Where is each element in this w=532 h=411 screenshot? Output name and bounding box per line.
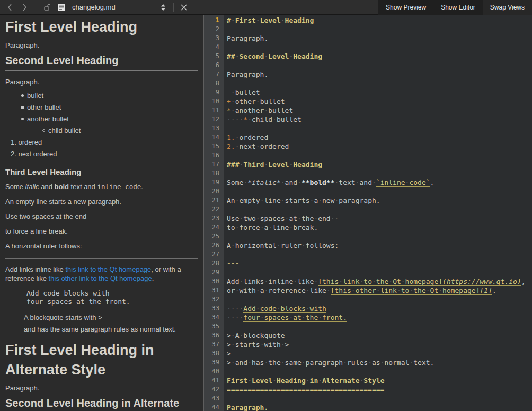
editor-line[interactable]: Paragraph. [227, 34, 532, 43]
line-number: 22 [204, 205, 224, 214]
swap-views-button[interactable]: Swap Views [483, 0, 532, 15]
code-token: spaces [260, 215, 285, 222]
code-token: First [227, 377, 247, 385]
editor-line[interactable]: ====================================== [227, 385, 532, 394]
editor-line[interactable]: --- [227, 259, 532, 268]
forward-button[interactable] [18, 1, 31, 14]
editor-line[interactable] [227, 295, 532, 304]
lock-toggle-button[interactable] [40, 1, 53, 14]
editor-line[interactable] [227, 250, 532, 259]
editor-line[interactable] [227, 124, 532, 133]
preview-paragraph: Paragraph. [5, 78, 198, 86]
file-type-icon-button [55, 1, 68, 14]
editor-line[interactable] [227, 61, 532, 70]
editor-line[interactable]: An·empty·line·starts·a·new·paragraph. [227, 196, 532, 205]
editor-line[interactable]: > [227, 349, 532, 358]
code-token: the [376, 278, 388, 286]
editor-line[interactable]: *·another·bullet [227, 106, 532, 115]
preview-rich-paragraph: Some italic and bold text and inline cod… [5, 183, 198, 191]
preview-h2: Second Level Heading [5, 55, 198, 71]
code-token: text. [413, 359, 434, 367]
editor-line[interactable]: Paragraph. [227, 403, 532, 411]
line-number: 17 [204, 160, 224, 169]
editor-line[interactable] [227, 43, 532, 52]
editor-line[interactable]: 2.·next·ordered [227, 142, 532, 151]
editor-line[interactable]: to·force·a·line·break. [227, 223, 532, 232]
editor-line[interactable]: A·horizontal·ruler·follows: [227, 241, 532, 250]
editor-line[interactable] [227, 367, 532, 376]
editor-line[interactable]: ###·Third·Level·Heading [227, 160, 532, 169]
editor-line[interactable]: >·A·blockquote [227, 331, 532, 340]
editor-line[interactable] [227, 268, 532, 277]
show-preview-button[interactable]: Show Preview [378, 0, 433, 15]
close-document-button[interactable] [178, 1, 190, 14]
editor-line[interactable] [227, 169, 532, 178]
line-number: 40 [204, 367, 224, 376]
line-number: 26 [204, 241, 224, 250]
qt-homepage-reference-link[interactable]: this other link to the Qt homepage [49, 274, 152, 282]
code-token: · [277, 242, 281, 249]
editor-line[interactable] [227, 232, 532, 241]
editor-line[interactable]: ##·Second·Level·Heading [227, 52, 532, 61]
code-token: end [318, 215, 330, 222]
code-token: # [227, 16, 231, 24]
code-token: · [256, 16, 260, 24]
code-token: *italic* [247, 178, 281, 186]
line-number: 13 [204, 124, 224, 133]
open-document-name[interactable]: changelog.md [72, 3, 152, 11]
editor-line[interactable] [227, 151, 532, 160]
code-token: ## [227, 52, 235, 60]
code-token: Third [243, 160, 264, 168]
editor-lines[interactable]: #·First·Level·HeadingParagraph.##·Second… [224, 15, 532, 411]
editor-line[interactable]: 1.·ordered [227, 133, 532, 142]
editor-line[interactable]: ····Add·code·blocks·with [227, 304, 532, 313]
show-editor-button[interactable]: Show Editor [433, 0, 483, 15]
markdown-source-editor-pane[interactable]: 1234567891011121314151617181920212223242… [204, 15, 532, 411]
code-token: · [318, 314, 322, 322]
editor-gutter[interactable]: 1234567891011121314151617181920212223242… [204, 15, 224, 411]
code-token: like [310, 287, 326, 294]
code-token: First [235, 16, 256, 24]
editor-line[interactable]: ····*·child·bullet [227, 115, 532, 124]
line-number: 31 [204, 286, 224, 295]
editor-line[interactable] [227, 394, 532, 403]
editor-line[interactable] [227, 25, 532, 34]
list-item-text: another bullet [27, 115, 69, 123]
back-button[interactable] [3, 1, 16, 14]
editor-line[interactable]: >·and·has·the·same·paragraph·rules·as·no… [227, 358, 532, 367]
editor-line[interactable] [227, 79, 532, 88]
text-run: text and [69, 183, 97, 191]
editor-line[interactable]: +·other·bullet [227, 97, 532, 106]
code-token: · [438, 287, 442, 295]
editor-line[interactable]: Use·two·spaces·at·the·end·· [227, 214, 532, 223]
editor-line[interactable] [227, 322, 532, 331]
editor-line[interactable]: Add·links·inline·like·[this·link·to·the·… [227, 277, 532, 286]
editor-line[interactable]: ····four·spaces·at·the·front. [227, 313, 532, 322]
markdown-preview-pane[interactable]: First Level Heading Paragraph. Second Le… [0, 15, 204, 411]
line-number: 29 [204, 268, 224, 277]
qt-homepage-link[interactable]: this link to the Qt homepage [65, 265, 151, 273]
line-number: 28 [204, 259, 224, 268]
editor-line[interactable]: Some·*italic*·and·**bold**·text·and·`inl… [227, 178, 532, 187]
document-selector-button[interactable] [157, 1, 170, 14]
code-token: · [256, 215, 260, 222]
code-token: · [247, 377, 252, 385]
code-token: · [372, 278, 376, 286]
editor-line[interactable] [227, 187, 532, 196]
code-token: · [281, 178, 285, 186]
preview-h3: Third Level Heading [5, 167, 198, 176]
code-token: spaces [264, 314, 289, 322]
editor-line[interactable] [227, 205, 532, 214]
editor-line[interactable]: or·with·a·reference·like·[this·other·lin… [227, 286, 532, 295]
code-token: · [247, 359, 252, 367]
editor-line[interactable]: -·bullet [227, 88, 532, 97]
editor-line[interactable]: >·starts·with·> [227, 340, 532, 349]
code-token: · [356, 178, 360, 186]
editor-toolbar: changelog.md Show Preview Show Editor Sw… [0, 0, 532, 15]
code-token: · [339, 278, 343, 286]
editor-line[interactable]: First·Level·Heading·in·Alternate·Style [227, 376, 532, 385]
code-token: the [302, 215, 314, 222]
editor-line[interactable]: #·First·Level·Heading [227, 16, 532, 25]
editor-line[interactable]: Paragraph. [227, 70, 532, 79]
code-token: Qt [393, 278, 401, 286]
